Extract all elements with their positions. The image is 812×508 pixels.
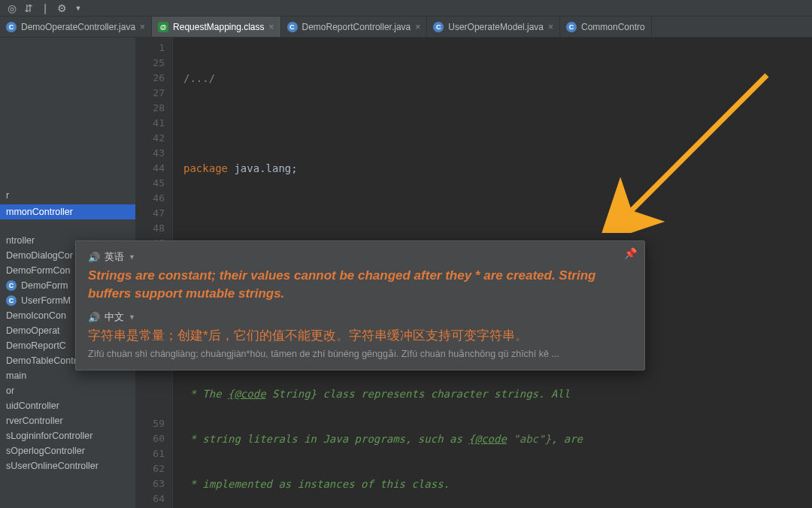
list-item[interactable]: rverController [0,413,135,428]
close-icon[interactable]: × [269,22,274,32]
list-item[interactable]: main [0,368,135,383]
toolbar: ◎ ⇵ | ⚙ ▼ [0,0,812,17]
source-language-label: 英语 [105,250,124,264]
target-icon[interactable]: ◎ [6,2,18,14]
interface-icon: @ [158,22,168,32]
list-item[interactable]: r [0,188,135,203]
list-item[interactable]: sUserOnlineController [0,458,135,473]
chevron-down-icon[interactable]: ▼ [129,313,135,321]
tab-demooperate[interactable]: C DemoOperateController.java × [0,17,152,37]
class-icon: C [287,22,298,32]
class-icon: C [433,22,444,32]
chevron-down-icon[interactable]: ▼ [129,253,135,261]
tab-label: UserOperateModel.java [448,22,544,32]
list-item[interactable]: or [0,383,135,398]
source-text: Strings are constant; their values canno… [88,267,632,303]
list-item[interactable]: mmonController [0,204,135,219]
gear-icon[interactable]: ⚙ [56,2,68,14]
divider-icon: | [39,2,51,14]
list-item[interactable]: sLogininforController [0,428,135,443]
pin-icon[interactable]: 📌 [624,247,637,259]
class-icon: C [566,22,577,32]
source-language-row[interactable]: 🔊 英语 ▼ [88,250,632,264]
speaker-icon[interactable]: 🔊 [88,252,100,263]
dropdown-icon[interactable]: ▼ [72,2,84,14]
close-icon[interactable]: × [415,22,420,32]
tab-label: DemoReportController.java [302,22,411,32]
tab-requestmapping[interactable]: @ RequestMapping.class × [152,17,280,37]
speaker-icon[interactable]: 🔊 [88,312,100,323]
pinyin-text: Zìfú chuàn shì chángliàng; chuàngjiàn*hò… [88,348,632,359]
class-icon: C [6,22,17,32]
tab-label: RequestMapping.class [173,22,264,32]
tree-icon[interactable]: ⇵ [23,2,35,14]
class-icon: C [6,280,17,291]
translated-text: 字符串是常量；创建*后，它们的值不能更改。字符串缓冲区支持可变字符串。 [88,327,632,345]
list-item[interactable]: sOperlogController [0,443,135,458]
tab-label: DemoOperateController.java [21,22,135,32]
close-icon[interactable]: × [140,22,145,32]
translation-popup[interactable]: 📌 🔊 英语 ▼ Strings are constant; their val… [75,240,645,370]
class-icon: C [6,295,17,306]
target-language-label: 中文 [105,310,124,324]
tab-label: CommonContro [581,22,645,32]
close-icon[interactable]: × [548,22,553,32]
tab-common[interactable]: C CommonContro [560,17,652,37]
target-language-row[interactable]: 🔊 中文 ▼ [88,310,632,324]
tab-useroperate[interactable]: C UserOperateModel.java × [427,17,560,37]
tab-demoreport[interactable]: C DemoReportController.java × [281,17,428,37]
list-item[interactable]: uidController [0,398,135,413]
tabs-row: C DemoOperateController.java × @ Request… [0,17,812,38]
